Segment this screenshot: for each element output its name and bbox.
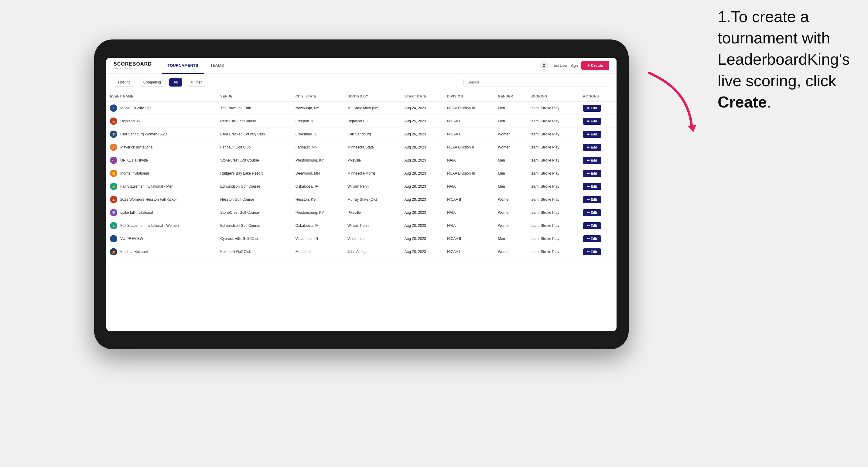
- scoring-cell: team, Stroke Play: [527, 180, 579, 193]
- gender-cell: Women: [494, 245, 527, 258]
- tab-teams[interactable]: TEAMS: [204, 58, 230, 74]
- edit-button[interactable]: ✏ Edit: [583, 118, 601, 125]
- city-cell: Deerwood, MN: [292, 167, 344, 180]
- table-row: 🎪 Klash at Kokopelli Kokopelli Golf Club…: [106, 245, 617, 258]
- division-cell: NICAA I: [443, 245, 494, 258]
- venue-cell: Edmundson Golf Course: [217, 180, 292, 193]
- event-name: Highland 36: [120, 119, 140, 123]
- actions-cell: ✏ Edit: [579, 101, 617, 115]
- gender-cell: Men: [494, 154, 527, 167]
- event-name: VU PREVIEW: [120, 237, 143, 241]
- edit-button[interactable]: ✏ Edit: [583, 144, 601, 151]
- division-cell: NAIA: [443, 206, 494, 219]
- hosted-cell: Murray State (OK): [344, 193, 401, 206]
- hosted-cell: William Penn: [344, 219, 401, 232]
- competing-filter-button[interactable]: Competing: [139, 78, 165, 87]
- col-event-name: EVENT NAME: [106, 91, 217, 101]
- edit-button[interactable]: ✏ Edit: [583, 131, 601, 138]
- edit-button[interactable]: ✏ Edit: [583, 222, 601, 229]
- hosting-filter-button[interactable]: Hosting: [114, 78, 135, 87]
- event-name: upike fall invitational: [120, 211, 153, 215]
- city-cell: Hesston, KS: [292, 193, 344, 206]
- gender-cell: Women: [494, 141, 527, 154]
- table-row: 🔥 2023 Women's Hesston Fall Kickoff Hess…: [106, 193, 617, 206]
- team-logo: 💎: [110, 209, 117, 216]
- scoring-cell: team, Stroke Play: [527, 101, 579, 115]
- table-header-row: EVENT NAME VENUE CITY, STATE HOSTED BY S…: [106, 91, 617, 101]
- venue-cell: StoneCrest Golf Course: [217, 154, 292, 167]
- nav-right: ⚙ Test User | Sign + Create: [540, 61, 609, 70]
- gender-cell: Men: [494, 115, 527, 128]
- edit-button[interactable]: ✏ Edit: [583, 170, 601, 177]
- logo-area: SCOREBOARD Powered by Clippi: [114, 61, 152, 69]
- event-name: 2023 Women's Hesston Fall Kickoff: [120, 197, 178, 201]
- actions-cell: ✏ Edit: [579, 206, 617, 219]
- event-name: Fall Statesmen Invitational - Men: [120, 184, 174, 189]
- gender-cell: Women: [494, 206, 527, 219]
- nav-bar: SCOREBOARD Powered by Clippi TOURNAMENTS…: [106, 58, 617, 73]
- hosted-cell: Mt. Saint Mary (NY): [344, 101, 401, 115]
- table-row: 🏆 Carl Sandburg Women FA23 Lake Bracken …: [106, 128, 617, 141]
- col-hosted-by: HOSTED BY: [344, 91, 401, 101]
- city-cell: Faribault, MN: [292, 141, 344, 154]
- gender-cell: Women: [494, 128, 527, 141]
- date-cell: Aug 26, 2023: [401, 128, 444, 141]
- col-actions: ACTIONS: [579, 91, 617, 101]
- scoring-cell: team, Stroke Play: [527, 232, 579, 245]
- venue-cell: Hesston Golf Course: [217, 193, 292, 206]
- edit-button[interactable]: ✏ Edit: [583, 105, 601, 112]
- user-text: Test User | Sign: [552, 63, 578, 68]
- table-container[interactable]: EVENT NAME VENUE CITY, STATE HOSTED BY S…: [106, 91, 617, 331]
- venue-cell: Faribault Golf Club: [217, 141, 292, 154]
- division-cell: NAIA: [443, 154, 494, 167]
- scoring-cell: team, Stroke Play: [527, 141, 579, 154]
- actions-cell: ✏ Edit: [579, 193, 617, 206]
- venue-cell: Ruttger's Bay Lake Resort: [217, 167, 292, 180]
- edit-button[interactable]: ✏ Edit: [583, 248, 601, 255]
- hosted-cell: John A Logan: [344, 245, 401, 258]
- hosted-cell: Pikeville: [344, 206, 401, 219]
- venue-cell: The Powelton Club: [217, 101, 292, 115]
- gender-cell: Men: [494, 167, 527, 180]
- division-cell: NAIA: [443, 180, 494, 193]
- team-logo: 🏅: [110, 222, 117, 229]
- city-cell: Marion, IL: [292, 245, 344, 258]
- edit-button[interactable]: ✏ Edit: [583, 235, 601, 242]
- gear-icon[interactable]: ⚙: [540, 61, 549, 70]
- filter-button[interactable]: ≡ Filter: [186, 78, 206, 87]
- edit-button[interactable]: ✏ Edit: [583, 183, 601, 190]
- edit-button[interactable]: ✏ Edit: [583, 157, 601, 164]
- col-city-state: CITY, STATE: [292, 91, 344, 101]
- table-row: 🎖 VU PREVIEW Cypress Hills Golf Club Vin…: [106, 232, 617, 245]
- col-scoring: SCORING: [527, 91, 579, 101]
- hosted-cell: Minnesota-Morris: [344, 167, 401, 180]
- edit-button[interactable]: ✏ Edit: [583, 196, 601, 203]
- actions-cell: ✏ Edit: [579, 128, 617, 141]
- division-cell: NAIA: [443, 219, 494, 232]
- actions-cell: ✏ Edit: [579, 115, 617, 128]
- create-button[interactable]: + Create: [581, 61, 609, 70]
- venue-cell: Kokopelli Golf Club: [217, 245, 292, 258]
- gender-cell: Men: [494, 101, 527, 115]
- search-input[interactable]: [463, 78, 609, 87]
- event-name: MSMC Qualifying 1: [120, 106, 152, 110]
- scoring-cell: team, Stroke Play: [527, 115, 579, 128]
- venue-cell: Edmundson Golf Course: [217, 219, 292, 232]
- tab-tournaments[interactable]: TOURNAMENTS: [162, 58, 205, 74]
- city-cell: Prestonsburg, KY: [292, 206, 344, 219]
- scoring-cell: team, Stroke Play: [527, 245, 579, 258]
- all-filter-button[interactable]: All: [169, 78, 182, 87]
- tournaments-table: EVENT NAME VENUE CITY, STATE HOSTED BY S…: [106, 91, 617, 258]
- actions-cell: ✏ Edit: [579, 167, 617, 180]
- team-logo: 🌟: [110, 170, 117, 177]
- team-logo: 🎯: [110, 144, 117, 151]
- table-row: 🎯 Maverick Invitational Faribault Golf C…: [106, 141, 617, 154]
- team-logo: 🏌: [110, 104, 117, 112]
- col-venue: VENUE: [217, 91, 292, 101]
- content-area: Hosting Competing All ≡ Filter EVENT NAM…: [106, 73, 617, 331]
- edit-button[interactable]: ✏ Edit: [583, 209, 601, 216]
- date-cell: Aug 28, 2023: [401, 206, 444, 219]
- hosted-cell: Pikeville: [344, 154, 401, 167]
- scoring-cell: team, Stroke Play: [527, 154, 579, 167]
- table-row: 🏅 Fall Statesmen Invitational - Women Ed…: [106, 219, 617, 232]
